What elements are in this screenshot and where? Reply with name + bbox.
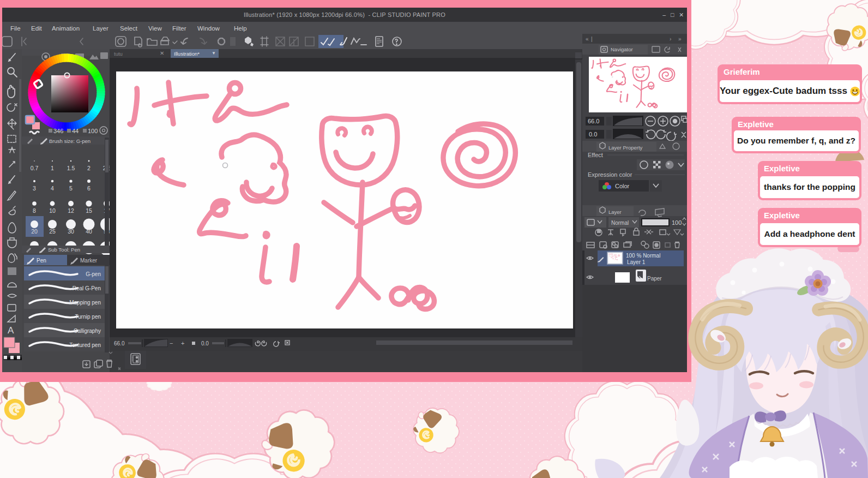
svg-text:6: 6 xyxy=(87,185,91,192)
svg-text:100: 100 xyxy=(88,128,98,134)
svg-text:Navigator: Navigator xyxy=(611,46,633,52)
svg-text:20: 20 xyxy=(31,228,38,235)
svg-text:66.0: 66.0 xyxy=(114,340,125,346)
svg-text:66.0: 66.0 xyxy=(588,118,599,124)
svg-text:4: 4 xyxy=(51,185,54,192)
svg-text:Turnip pen: Turnip pen xyxy=(75,314,101,320)
svg-text:15: 15 xyxy=(86,207,92,214)
svg-text:»: » xyxy=(678,36,682,42)
svg-text:|: | xyxy=(591,36,593,42)
svg-text:10: 10 xyxy=(49,207,56,214)
svg-text:Sub Tool: Pen: Sub Tool: Pen xyxy=(48,247,80,253)
svg-text:Real G-Pen: Real G-Pen xyxy=(73,285,101,291)
svg-text:30: 30 xyxy=(68,228,74,235)
svg-text:Layer: Layer xyxy=(608,209,622,215)
svg-text:−: − xyxy=(170,340,173,346)
svg-text:Effect: Effect xyxy=(588,152,603,158)
svg-text:A: A xyxy=(8,325,14,336)
svg-text:«: « xyxy=(586,36,589,42)
svg-text:0.0: 0.0 xyxy=(201,340,209,346)
svg-text:›: › xyxy=(670,36,671,42)
svg-text:2: 2 xyxy=(87,165,91,171)
svg-text:Color: Color xyxy=(615,183,630,189)
svg-text:25: 25 xyxy=(49,228,56,235)
svg-text:Calligraphy: Calligraphy xyxy=(74,328,101,334)
svg-text:0.0: 0.0 xyxy=(589,131,597,138)
svg-text:1.5: 1.5 xyxy=(67,165,75,171)
svg-text:5: 5 xyxy=(69,185,73,192)
svg-text:8: 8 xyxy=(33,207,36,214)
svg-text:12: 12 xyxy=(68,207,74,214)
svg-text:Marker: Marker xyxy=(80,258,98,264)
svg-text:Mapping pen: Mapping pen xyxy=(69,300,101,306)
svg-text:40: 40 xyxy=(86,228,92,235)
svg-text:+: + xyxy=(181,340,184,346)
svg-text:1: 1 xyxy=(51,165,54,171)
svg-text:44: 44 xyxy=(72,128,79,134)
svg-text:100: 100 xyxy=(672,219,682,226)
svg-text:Normal: Normal xyxy=(611,220,629,226)
svg-text:3: 3 xyxy=(33,185,36,192)
svg-text:G-pen: G-pen xyxy=(86,271,101,277)
svg-text:Layer Property: Layer Property xyxy=(608,145,643,151)
svg-text:Brush size: G-pen: Brush size: G-pen xyxy=(49,138,91,144)
svg-text:Textured pen: Textured pen xyxy=(69,342,101,348)
svg-text:Expression color: Expression color xyxy=(588,171,632,178)
svg-text:Pen: Pen xyxy=(37,258,46,264)
svg-text:346: 346 xyxy=(53,128,63,134)
svg-text:0.7: 0.7 xyxy=(31,165,39,171)
